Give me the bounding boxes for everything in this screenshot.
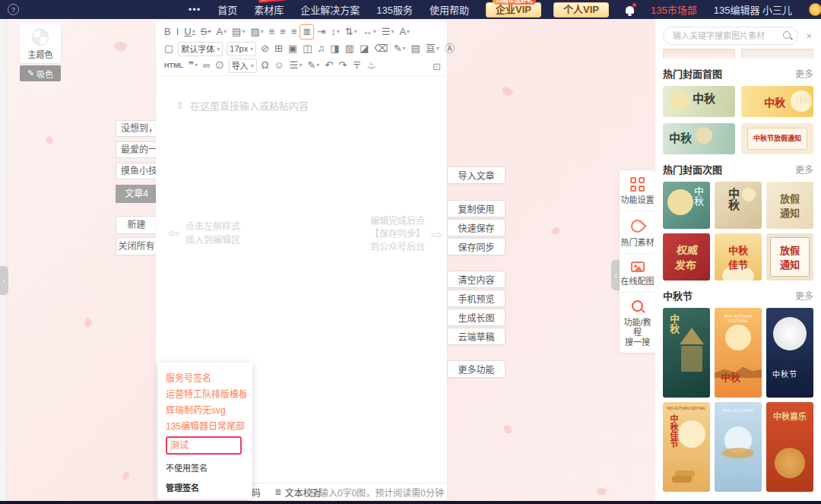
no-signature-item[interactable]: 不使用签名: [166, 461, 246, 474]
gallery-thumbnail[interactable]: 中秋: [663, 182, 710, 229]
table-icon[interactable]: ⊞: [272, 42, 285, 55]
nav-item-使用帮助[interactable]: 使用帮助: [430, 2, 469, 17]
letter-spacing-icon[interactable]: ↔▾: [360, 25, 379, 39]
bg-color-icon[interactable]: ▨▾: [248, 25, 265, 39]
import[interactable]: 导入▾: [229, 59, 257, 73]
gallery-thumbnail[interactable]: 中秋: [663, 308, 710, 398]
strip-item-在线配图[interactable]: 在线配图: [620, 253, 655, 292]
highlight-icon[interactable]: ▤▾: [230, 25, 247, 39]
signature-tool-icon[interactable]: ✎▾: [305, 59, 322, 72]
vertical-align-icon[interactable]: ⇅▾: [343, 25, 360, 39]
align-center-icon[interactable]: ≡: [277, 25, 288, 39]
strip-item-热门素材[interactable]: 热门素材: [620, 211, 655, 253]
gallery-thumbnail[interactable]: 中秋: [663, 86, 735, 117]
line-height-icon[interactable]: ↕▾: [328, 25, 342, 39]
eraser-icon[interactable]: ◪: [357, 42, 371, 55]
seal-icon[interactable]: ♨: [365, 59, 379, 72]
search-icon[interactable]: [783, 31, 791, 39]
music-icon[interactable]: ♫: [315, 42, 328, 55]
vip-button-个人VIP[interactable]: 个人VIP: [553, 2, 609, 17]
link-icon[interactable]: ∞: [201, 59, 212, 72]
gallery-thumbnail[interactable]: 中秋节: [766, 308, 813, 398]
nav-item-135服务[interactable]: 135服务: [376, 2, 413, 17]
action-button-生成长图[interactable]: 生成长图: [447, 309, 506, 326]
color-picker-button[interactable]: ✎ 吸色: [20, 65, 61, 81]
top-margin-icon[interactable]: 〒: [350, 59, 364, 72]
ordered-list-icon[interactable]: ☰▾: [379, 25, 397, 39]
font-scale-icon[interactable]: A▾: [397, 25, 412, 39]
clear-content-icon[interactable]: ⌫: [372, 42, 390, 55]
close-panel-icon[interactable]: ×: [806, 30, 813, 42]
action-button-手机预览[interactable]: 手机预览: [447, 290, 506, 307]
gallery-thumbnail[interactable]: MID-AUTUMN FESTIVAL中秋佳节: [663, 402, 710, 492]
blockquote-icon[interactable]: ❞▾: [186, 59, 200, 72]
article-tab-没想到，能[interactable]: 没想到，能: [116, 120, 162, 137]
special-char-icon[interactable]: Ω: [259, 59, 271, 72]
underline-icon[interactable]: U▾: [182, 25, 197, 39]
gallery-thumbnail[interactable]: MID-AUTUMN FESTIVAL中秋: [715, 308, 762, 398]
align-right-icon[interactable]: ≡: [289, 25, 300, 39]
signature-item-测试[interactable]: 测试: [166, 436, 242, 455]
font-family-select[interactable]: 默认字体▾: [178, 42, 223, 56]
align-justify-icon[interactable]: ≣: [300, 24, 314, 40]
action-button-快速保存[interactable]: 快速保存: [447, 219, 506, 236]
article-tab-关闭所有[interactable]: 关闭所有: [116, 237, 157, 255]
nav-item-首页[interactable]: 首页: [217, 2, 237, 17]
gallery-thumbnail[interactable]: 中秋: [715, 182, 762, 229]
gallery-thumbnail[interactable]: 放假 通知: [766, 182, 813, 229]
action-button-导入文章[interactable]: 导入文章: [447, 166, 506, 184]
more-link[interactable]: 更多: [795, 163, 813, 176]
font-size-select[interactable]: 17px▾: [227, 42, 256, 56]
signature-item-135编辑器日常尾部[interactable]: 135编辑器日常尾部: [166, 420, 246, 433]
gallery-thumbnail[interactable]: 中秋 佳节: [715, 233, 762, 281]
article-tab-新建[interactable]: 新建: [116, 216, 157, 234]
gallery-thumbnail[interactable]: 中秋: [663, 123, 735, 154]
gallery-search-input[interactable]: [663, 27, 798, 45]
format-brush-icon[interactable]: ✎▾: [391, 42, 408, 55]
gallery-thumbnail[interactable]: 中秋节放假通知: [741, 123, 813, 154]
fullscreen-icon[interactable]: ⊡: [433, 61, 441, 72]
strikethrough-icon[interactable]: S▾: [198, 25, 214, 39]
indent-icon[interactable]: ⇥: [315, 25, 328, 39]
container-icon[interactable]: 亘▾: [423, 42, 442, 55]
help-icon[interactable]: ?: [8, 4, 19, 15]
font-color-icon[interactable]: A▾: [214, 25, 229, 39]
signature-item-运营特工队排版模板[interactable]: 运营特工队排版模板: [166, 388, 246, 401]
print-icon[interactable]: ▥: [343, 42, 357, 55]
auto-typeset-icon[interactable]: Ⓐ: [442, 42, 457, 55]
redo-icon[interactable]: ↷: [336, 59, 349, 72]
gallery-thumbnail[interactable]: 中秋喜乐: [766, 402, 813, 492]
editor-content-area[interactable]: ⇧ 在这里直接输入或粘贴内容: [176, 98, 309, 113]
vip-button-企业VIP[interactable]: 企业VIP10周年送好礼: [486, 2, 541, 17]
divider-icon[interactable]: ☰▾: [287, 59, 305, 72]
emoji-icon[interactable]: ☺: [271, 59, 286, 72]
italic-icon[interactable]: I: [174, 25, 182, 39]
gallery-thumbnail[interactable]: MID-AUTUMN: [715, 402, 762, 492]
action-button-云端草稿[interactable]: 云端草稿: [447, 328, 506, 345]
theme-color-swatch-icon[interactable]: [32, 29, 49, 46]
more-link[interactable]: 更多: [795, 289, 813, 302]
gallery-thumbnail[interactable]: 放假 通知: [766, 233, 813, 281]
html-icon[interactable]: HTML: [162, 59, 185, 72]
multi-list-icon[interactable]: ▤: [409, 42, 423, 55]
strip-item-功能设置[interactable]: 功能设置: [620, 170, 655, 211]
notification-bell-icon[interactable]: [626, 6, 634, 14]
market-dept-link[interactable]: 135市场部: [651, 2, 697, 17]
cloud-image-icon[interactable]: ◫: [300, 42, 314, 55]
strip-item-功能/教程[interactable]: 功能/教程搜一搜: [620, 292, 655, 353]
gallery-thumbnail[interactable]: 中秋135: [741, 86, 813, 117]
gallery-thumbnail[interactable]: 权威 发布: [663, 233, 710, 281]
coin-icon[interactable]: [809, 3, 821, 16]
nav-item-企业解决方案[interactable]: 企业解决方案: [300, 2, 360, 17]
image-icon[interactable]: ▣: [286, 42, 300, 55]
signature-item-服务号签名[interactable]: 服务号签名: [166, 372, 246, 385]
more-menu-icon[interactable]: •••: [189, 4, 201, 15]
left-panel-toggle[interactable]: ‹: [0, 266, 8, 295]
article-tab-文章4[interactable]: 文章4: [116, 185, 157, 203]
nav-item-素材库[interactable]: 素材库新增模板: [254, 2, 284, 17]
remove-format-icon[interactable]: ⊘: [258, 42, 271, 55]
manage-signature-item[interactable]: 管理签名: [166, 481, 246, 493]
article-tab-最爱的一抹[interactable]: 最爱的一抹: [116, 141, 162, 158]
align-left-icon[interactable]: ≡: [267, 25, 277, 39]
action-button-清空内容[interactable]: 清空内容: [447, 271, 506, 288]
